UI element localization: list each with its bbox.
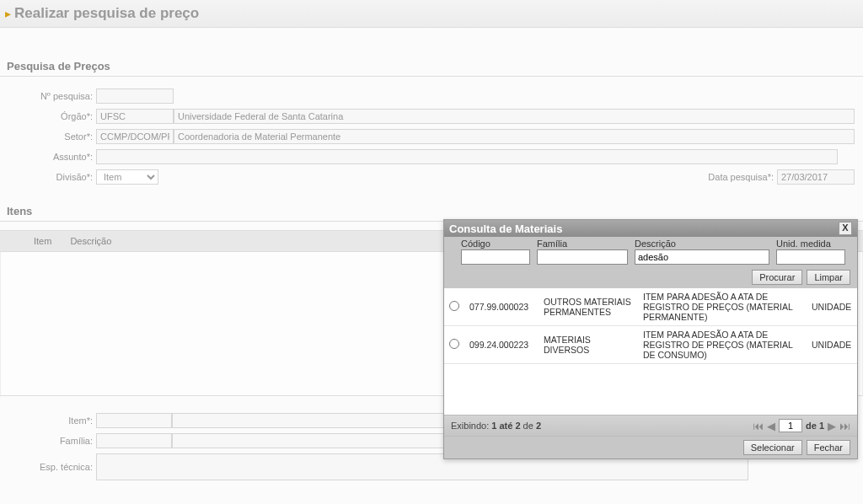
select-divisao[interactable]: Item — [96, 169, 158, 185]
label-orgao: Órgão*: — [8, 111, 96, 121]
input-assunto[interactable] — [96, 149, 838, 164]
search-label-familia: Família — [537, 239, 628, 249]
cell-descricao: ITEM PARA ADESÃO A ATA DE REGISTRO DE PR… — [638, 288, 807, 326]
pager-showing: Exibindo: 1 até 2 de 2 — [451, 421, 541, 431]
modal-results: 077.99.000023 OUTROS MATERIAIS PERMANENT… — [444, 288, 857, 415]
search-label-unid: Unid. medida — [776, 239, 845, 249]
col-item: Item — [34, 236, 51, 246]
input-numero[interactable] — [96, 88, 174, 104]
table-row: 099.24.000223 MATERIAIS DIVERSOS ITEM PA… — [444, 326, 857, 364]
pager-page-input[interactable] — [779, 419, 802, 432]
search-label-descricao: Descrição — [635, 239, 769, 249]
page-title: Realizar pesquisa de preço — [14, 5, 199, 22]
page-title-bar: ▸ Realizar pesquisa de preço — [0, 0, 863, 28]
label-divisao: Divisão*: — [8, 172, 96, 182]
limpar-button[interactable]: Limpar — [807, 270, 850, 285]
section-header-itens: Itens — [0, 196, 863, 222]
input-familia-code[interactable] — [96, 433, 172, 448]
input-orgao-desc[interactable] — [174, 109, 855, 124]
section-header-pesquisa: Pesquisa de Preços — [0, 28, 863, 77]
close-icon[interactable]: X — [839, 222, 852, 235]
modal-searchbar: Código Família Descrição Unid. medida — [444, 237, 857, 270]
pager-next-icon[interactable]: ▶ — [828, 420, 836, 432]
pager-controls: ⏮ ◀ de 1 ▶ ⏭ — [753, 419, 850, 432]
form-pesquisa: Nº pesquisa: Órgão*: Setor*: Assunto*: D… — [0, 77, 863, 196]
pager-first-icon[interactable]: ⏮ — [753, 420, 764, 432]
modal-pager-bar: Exibindo: 1 até 2 de 2 ⏮ ◀ de 1 ▶ ⏭ — [444, 415, 857, 436]
procurar-button[interactable]: Procurar — [752, 270, 802, 285]
selecionar-button[interactable]: Selecionar — [743, 440, 802, 455]
cell-familia: MATERIAIS DIVERSOS — [539, 326, 638, 364]
radio-row-1[interactable] — [449, 339, 459, 349]
pager-prev-icon[interactable]: ◀ — [767, 420, 775, 432]
input-data-pesquisa[interactable] — [777, 169, 855, 185]
search-label-codigo: Código — [461, 239, 530, 249]
arrow-icon: ▸ — [5, 7, 11, 20]
label-numero: Nº pesquisa: — [8, 91, 96, 101]
cell-familia: OUTROS MATERIAIS PERMANENTES — [539, 288, 638, 326]
input-item-code[interactable] — [96, 413, 172, 428]
modal-header: Consulta de Materiais X — [444, 220, 857, 237]
input-setor-desc[interactable] — [174, 129, 855, 144]
label-item: Item*: — [8, 416, 96, 426]
label-esp-tecnica: Esp. técnica: — [8, 462, 96, 472]
cell-descricao: ITEM PARA ADESÃO A ATA DE REGISTRO DE PR… — [638, 326, 807, 364]
search-input-codigo[interactable] — [461, 249, 530, 265]
label-familia: Família: — [8, 436, 96, 446]
modal-title: Consulta de Materiais — [449, 223, 562, 235]
input-setor-code[interactable] — [96, 129, 174, 144]
cell-unidade: UNIDADE — [807, 288, 857, 326]
col-desc: Descrição — [70, 236, 111, 246]
search-input-familia[interactable] — [537, 249, 628, 265]
input-orgao-code[interactable] — [96, 109, 174, 124]
modal-consulta-materiais: Consulta de Materiais X Código Família D… — [443, 219, 858, 459]
cell-codigo: 099.24.000223 — [464, 326, 539, 364]
label-assunto: Assunto*: — [8, 152, 96, 162]
label-setor: Setor*: — [8, 131, 96, 142]
fechar-button[interactable]: Fechar — [807, 440, 850, 455]
search-input-descricao[interactable] — [635, 249, 769, 265]
cell-codigo: 077.99.000023 — [464, 288, 539, 326]
radio-row-0[interactable] — [449, 301, 459, 311]
table-row: 077.99.000023 OUTROS MATERIAIS PERMANENT… — [444, 288, 857, 326]
label-data-pesquisa: Data pesquisa*: — [708, 172, 777, 182]
cell-unidade: UNIDADE — [807, 326, 857, 364]
pager-last-icon[interactable]: ⏭ — [839, 420, 850, 432]
search-input-unid[interactable] — [776, 249, 845, 265]
